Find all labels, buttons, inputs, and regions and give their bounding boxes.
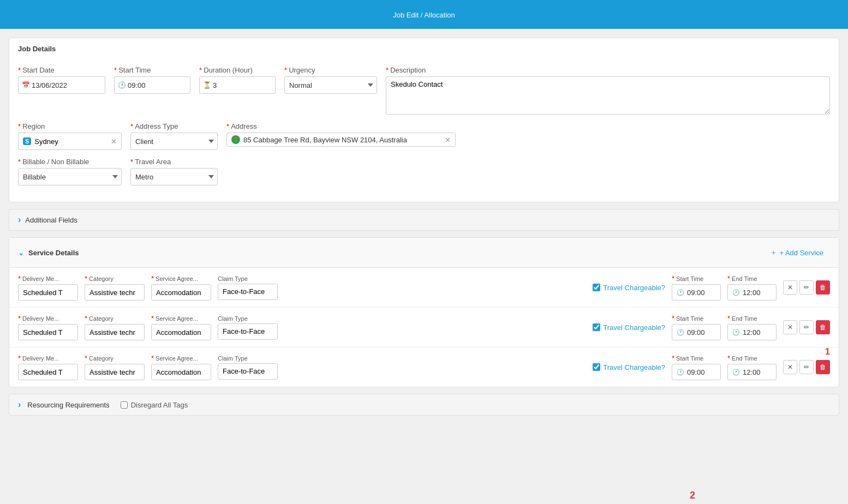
address-input[interactable]: 📍 85 Cabbage Tree Rd, Bayview NSW 2104, … (226, 133, 456, 147)
region-label: * Region (18, 122, 122, 130)
start-time-field-3: * Start Time 🕐 09:00 (672, 354, 721, 380)
job-details-body: * Start Date 📅 * Start Time 🕐 * Duration… (9, 59, 839, 202)
urgency-select[interactable]: Normal Urgent Low (284, 76, 377, 94)
billable-select[interactable]: Billable Non Billable (18, 168, 122, 185)
clear-button-1[interactable]: ✕ (783, 280, 797, 295)
claim-type-label-2: Claim Type (218, 315, 278, 322)
category-field-3: * Category (85, 354, 145, 380)
category-input-2[interactable] (85, 324, 145, 340)
additional-fields-chevron: › (18, 215, 21, 225)
start-time-wrap-3[interactable]: 🕐 09:00 (672, 364, 721, 380)
edit-button-2[interactable]: ✏ (799, 320, 814, 334)
address-type-select[interactable]: Client Home Other (130, 133, 218, 150)
service-agree-input-3[interactable] (151, 364, 211, 380)
page-title: Job Edit / Allocation (393, 11, 455, 19)
address-label: * Address (226, 122, 456, 130)
duration-label: * Duration (Hour) (199, 66, 276, 74)
disregard-tags-checkbox[interactable] (121, 401, 128, 409)
region-badge: S (23, 137, 31, 145)
claim-type-field-2: Claim Type (218, 315, 278, 340)
travel-chargeable-2[interactable]: Travel Chargeable? (593, 323, 665, 332)
start-time-wrap-2[interactable]: 🕐 09:00 (672, 324, 721, 340)
category-label-1: * Category (85, 274, 145, 283)
travel-chargeable-3[interactable]: Travel Chargeable? (593, 363, 665, 371)
service-agree-label-1: * Service Agree... (151, 274, 211, 283)
start-date-input[interactable] (18, 76, 105, 94)
service-agree-input-1[interactable] (151, 284, 211, 301)
start-time-wrap-1[interactable]: 🕐 09:00 (672, 284, 721, 301)
resourcing-chevron: › (18, 400, 21, 410)
service-row-1: * Delivery Me... * Category * Service Ag… (9, 268, 839, 308)
service-details-chevron: ⌄ (18, 249, 24, 257)
category-input-3[interactable] (85, 364, 145, 380)
marker-1: 1 (825, 347, 830, 357)
delivery-me-input-3[interactable] (18, 364, 78, 380)
billable-label: * Billable / Non Billable (18, 158, 122, 166)
billable-group: * Billable / Non Billable Billable Non B… (18, 158, 122, 185)
delivery-me-input-1[interactable] (18, 284, 78, 301)
start-clock-icon-3: 🕐 (677, 369, 684, 376)
additional-fields-bar[interactable]: › Additional Fields (9, 209, 839, 231)
delete-button-1[interactable]: 🗑 (816, 280, 830, 295)
service-agree-input-2[interactable] (151, 324, 211, 340)
clear-button-3[interactable]: ✕ (783, 360, 797, 374)
row-actions-1: ✕ ✏ 🗑 (783, 280, 830, 295)
description-label: * Description (386, 66, 830, 74)
travel-chargeable-checkbox-2[interactable] (593, 323, 600, 331)
add-service-plus-icon: ＋ (770, 248, 777, 257)
travel-chargeable-checkbox-3[interactable] (593, 363, 600, 371)
address-type-group: * Address Type Client Home Other (130, 122, 218, 150)
description-textarea[interactable]: Skedulo Contact (386, 76, 830, 115)
service-details-title-wrap[interactable]: ⌄ Service Details (18, 249, 79, 257)
category-label-2: * Category (85, 314, 145, 322)
claim-type-label-3: Claim Type (218, 355, 278, 362)
job-details-section-header: Job Details (9, 38, 839, 59)
address-value: 85 Cabbage Tree Rd, Bayview NSW 2104, Au… (243, 136, 441, 144)
travel-chargeable-checkbox-1[interactable] (593, 284, 600, 291)
address-clear-icon[interactable]: ✕ (445, 136, 451, 144)
claim-type-field-1: Claim Type (218, 275, 278, 300)
duration-input-wrap: ⏳ (199, 76, 276, 94)
clear-button-2[interactable]: ✕ (783, 320, 797, 334)
urgency-label: * Urgency (284, 66, 377, 74)
start-clock-icon-1: 🕐 (677, 289, 684, 296)
service-agree-field-3: * Service Agree... (151, 354, 211, 380)
claim-type-input-2[interactable] (218, 323, 278, 340)
start-time-group: * Start Time 🕐 (114, 66, 190, 94)
start-clock-icon-2: 🕐 (677, 329, 684, 336)
end-time-wrap-1[interactable]: 🕐 12:00 (727, 284, 777, 301)
disregard-tags-label[interactable]: Disregard All Tags (121, 401, 188, 409)
service-agree-field-1: * Service Agree... (151, 274, 211, 301)
delete-button-3[interactable]: 🗑 (816, 360, 830, 374)
duration-group: * Duration (Hour) ⏳ (199, 66, 276, 94)
category-input-1[interactable] (85, 284, 145, 301)
end-time-field-2: * End Time 🕐 12:00 (727, 314, 777, 340)
resourcing-bar[interactable]: › Resourcing Requirements Disregard All … (9, 394, 839, 416)
claim-type-input-1[interactable] (218, 284, 278, 300)
service-details-header: ⌄ Service Details ＋ + Add Service (9, 238, 839, 268)
delivery-me-field-3: * Delivery Me... (18, 354, 78, 380)
end-clock-icon-3: 🕐 (732, 369, 740, 376)
end-time-wrap-2[interactable]: 🕐 12:00 (727, 324, 777, 340)
travel-chargeable-1[interactable]: Travel Chargeable? (593, 284, 665, 292)
delivery-me-input-2[interactable] (18, 324, 78, 340)
edit-button-3[interactable]: ✏ (799, 360, 814, 374)
delete-button-2[interactable]: 🗑 (816, 320, 830, 334)
start-time-input-wrap: 🕐 (114, 76, 190, 94)
description-group: * Description Skedulo Contact (386, 66, 830, 115)
claim-type-field-3: Claim Type (218, 355, 278, 380)
end-time-wrap-3[interactable]: 🕐 12:00 (727, 364, 777, 380)
delivery-me-label-3: * Delivery Me... (18, 354, 78, 362)
address-type-label: * Address Type (130, 122, 218, 130)
marker-2: 2 (690, 490, 695, 501)
edit-button-1[interactable]: ✏ (799, 280, 814, 295)
claim-type-input-3[interactable] (218, 363, 278, 380)
service-row-2: * Delivery Me... * Category * Service Ag… (9, 308, 839, 347)
start-date-label: * Start Date (18, 66, 105, 74)
job-details-row-3: * Billable / Non Billable Billable Non B… (18, 158, 830, 185)
region-clear-icon[interactable]: ✕ (111, 137, 117, 146)
travel-area-select[interactable]: Metro Regional Rural (130, 168, 218, 185)
add-service-button[interactable]: ＋ + Add Service (763, 244, 830, 261)
region-input[interactable]: S Sydney ✕ (18, 133, 122, 150)
start-date-group: * Start Date 📅 (18, 66, 105, 94)
